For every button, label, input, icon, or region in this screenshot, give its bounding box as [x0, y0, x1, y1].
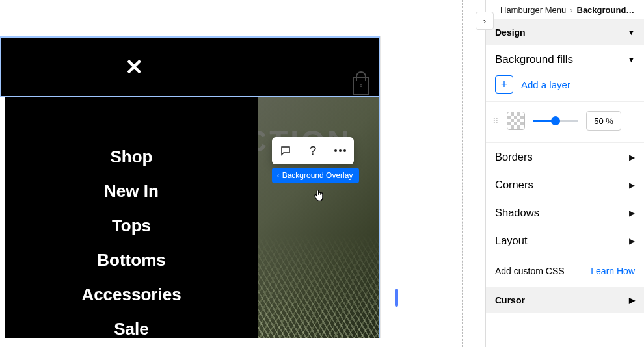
chevron-right-icon: ▶	[629, 237, 635, 246]
chevron-right-icon: ▶	[629, 181, 635, 190]
borders-row[interactable]: Borders ▶	[486, 143, 644, 171]
design-inspector: › Hamburger Menu › Background Ove... Des…	[485, 0, 644, 347]
add-layer-button[interactable]: + Add a layer	[495, 75, 635, 94]
chevron-right-icon: ▶	[629, 153, 635, 162]
chevron-down-icon: ▼	[628, 29, 635, 36]
menu-header-selection[interactable]: ✕	[0, 36, 380, 97]
pointer-cursor-icon	[312, 188, 327, 203]
chevron-down-icon[interactable]: ▼	[628, 56, 635, 64]
chevron-right-icon: ›	[570, 5, 572, 15]
chevron-right-icon: ▶	[629, 209, 635, 218]
corners-row[interactable]: Corners ▶	[486, 171, 644, 199]
breadcrumb-current: Background Ove...	[577, 5, 637, 15]
frame-boundary	[462, 0, 463, 347]
add-layer-label: Add a layer	[521, 79, 570, 90]
hamburger-drawer: Shop New In Tops Bottoms Accessories Sal…	[5, 71, 258, 338]
comment-icon[interactable]	[275, 140, 297, 162]
nav-item-tops[interactable]: Tops	[112, 216, 151, 236]
frame-resize-handle[interactable]	[395, 289, 398, 307]
chevron-left-icon: ‹	[277, 172, 280, 179]
drag-handle-icon[interactable]: ⠿	[492, 116, 499, 126]
learn-how-link[interactable]: Learn How	[591, 266, 635, 276]
help-icon[interactable]: ?	[302, 140, 324, 162]
fill-swatch[interactable]	[507, 112, 525, 130]
cart-icon[interactable]	[353, 77, 369, 95]
chevron-right-icon: ▶	[629, 296, 635, 305]
shadows-row[interactable]: Shadows ▶	[486, 199, 644, 227]
hero-grass-texture	[258, 234, 379, 338]
header-whitespace	[0, 0, 381, 36]
slider-knob[interactable]	[551, 116, 560, 125]
breadcrumb-parent[interactable]: Hamburger Menu	[500, 5, 566, 15]
selection-label-text: Background Overlay	[282, 171, 353, 180]
layout-row[interactable]: Layout ▶	[486, 227, 644, 255]
panel-collapse-button[interactable]: ›	[476, 12, 494, 30]
nav-item-new-in[interactable]: New In	[104, 181, 159, 201]
custom-css-row: Add custom CSS Learn How	[486, 255, 644, 287]
hero-background: CTION	[258, 71, 380, 338]
cursor-section-label: Cursor	[495, 295, 525, 305]
site-preview: CTION ✕ Shop New In Tops Bottoms Accesso…	[0, 0, 381, 338]
nav-item-shop[interactable]: Shop	[111, 147, 153, 167]
nav-item-bottoms[interactable]: Bottoms	[97, 250, 165, 270]
breadcrumb: Hamburger Menu › Background Ove...	[486, 0, 644, 19]
cursor-section-header[interactable]: Cursor ▶	[486, 287, 644, 313]
nav-item-sale[interactable]: Sale	[114, 319, 149, 339]
nav-item-accessories[interactable]: Accessories	[81, 285, 181, 305]
design-section-header[interactable]: Design ▼	[486, 19, 644, 45]
fill-layer-row: ⠿ 50 %	[486, 102, 644, 143]
bg-fills-title: Background fills	[495, 53, 573, 66]
background-fills-subsection: Background fills ▼ + Add a layer	[486, 45, 644, 102]
custom-css-label: Add custom CSS	[495, 266, 565, 276]
chevron-right-icon: ›	[483, 16, 486, 26]
design-canvas[interactable]: CTION ✕ Shop New In Tops Bottoms Accesso…	[0, 0, 485, 347]
design-section-label: Design	[495, 27, 526, 38]
more-icon[interactable]	[329, 140, 351, 162]
opacity-slider[interactable]	[533, 114, 578, 127]
opacity-input[interactable]: 50 %	[586, 111, 621, 131]
plus-icon: +	[495, 75, 513, 94]
context-toolbar: ?	[272, 137, 354, 164]
close-icon[interactable]: ✕	[125, 54, 143, 80]
selection-label[interactable]: ‹ Background Overlay	[272, 168, 359, 183]
